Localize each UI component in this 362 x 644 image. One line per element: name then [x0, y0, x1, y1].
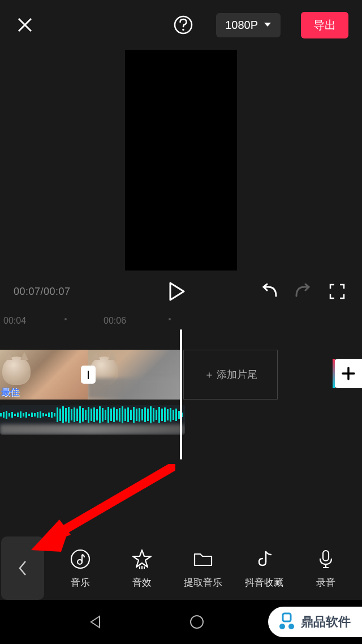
svg-rect-16 [37, 412, 38, 418]
folder-icon [192, 548, 214, 570]
svg-rect-72 [283, 613, 291, 621]
svg-point-73 [279, 624, 285, 629]
svg-rect-31 [79, 406, 81, 423]
add-clip-button[interactable] [333, 359, 362, 388]
redo-icon [294, 284, 312, 299]
svg-rect-37 [96, 409, 98, 420]
fullscreen-button[interactable] [326, 284, 348, 299]
svg-rect-41 [107, 407, 109, 423]
svg-point-71 [191, 616, 203, 628]
back-button[interactable] [1, 536, 44, 600]
export-button[interactable]: 导出 [301, 12, 348, 38]
preview-area [0, 50, 362, 271]
svg-rect-6 [8, 413, 10, 417]
svg-rect-42 [110, 409, 112, 421]
svg-rect-22 [54, 413, 55, 417]
svg-rect-36 [93, 407, 95, 422]
svg-rect-49 [130, 410, 132, 420]
svg-rect-7 [11, 412, 13, 418]
help-button[interactable] [171, 12, 196, 37]
svg-rect-59 [158, 407, 160, 423]
nav-home-button[interactable] [189, 614, 205, 630]
watermark-logo-icon [277, 612, 296, 632]
sound-effect-tool[interactable]: 音效 [114, 548, 170, 589]
svg-rect-21 [51, 412, 53, 418]
circle-home-icon [189, 614, 205, 630]
svg-rect-45 [119, 408, 120, 422]
ruler-label: 00:06 [104, 316, 126, 326]
audio-label-blur [0, 424, 185, 435]
timeline-ruler[interactable]: 00:04 00:06 [0, 312, 362, 329]
svg-rect-24 [59, 409, 61, 421]
svg-rect-40 [105, 410, 106, 420]
ruler-tick [169, 318, 171, 320]
svg-rect-13 [28, 414, 30, 416]
douyin-favorites-tool[interactable]: 抖音收藏 [236, 548, 292, 589]
triangle-back-icon [88, 615, 103, 629]
undo-icon [260, 284, 278, 299]
svg-rect-56 [150, 406, 152, 423]
svg-point-1 [182, 29, 184, 31]
watermark-text: 鼎品软件 [301, 613, 351, 630]
svg-rect-55 [147, 409, 149, 421]
video-clip-1[interactable]: 最佳 [0, 350, 88, 400]
record-tool[interactable]: 录音 [298, 548, 354, 589]
tool-label: 抖音收藏 [245, 576, 283, 589]
svg-rect-65 [175, 409, 177, 421]
resolution-selector[interactable]: 1080P [216, 13, 281, 37]
video-clip-2[interactable] [88, 350, 180, 400]
resolution-label: 1080P [225, 19, 258, 32]
music-tool[interactable]: 音乐 [52, 548, 109, 589]
svg-rect-15 [34, 413, 36, 417]
clip-thumbnail [2, 357, 31, 385]
bottom-toolbar: 音乐 音效 提取音乐 抖音收藏 录音 [0, 536, 362, 600]
play-button[interactable] [169, 282, 185, 301]
svg-rect-9 [17, 413, 19, 417]
undo-button[interactable] [258, 284, 281, 299]
tool-items: 音乐 音效 提取音乐 抖音收藏 录音 [44, 548, 362, 589]
tool-label: 录音 [316, 576, 335, 589]
ruler-label: 00:04 [3, 316, 26, 326]
playhead[interactable] [180, 329, 182, 460]
add-ending-button[interactable]: ＋ 添加片尾 [183, 350, 278, 400]
video-preview[interactable] [125, 50, 237, 271]
chevron-down-icon [264, 22, 272, 28]
extract-music-tool[interactable]: 提取音乐 [175, 548, 231, 589]
svg-rect-53 [141, 409, 143, 420]
ruler-tick [64, 318, 67, 320]
nav-back-button[interactable] [88, 615, 103, 629]
top-toolbar: 1080P 导出 [0, 0, 362, 50]
redo-button[interactable] [292, 284, 314, 299]
transition-handle[interactable]: | [81, 366, 96, 384]
audio-track[interactable] [0, 405, 185, 435]
svg-rect-63 [170, 408, 171, 422]
close-button[interactable] [14, 16, 36, 33]
svg-rect-54 [144, 407, 146, 422]
time-display: 00:07/00:07 [14, 286, 93, 298]
svg-rect-4 [3, 412, 5, 418]
fullscreen-icon [329, 284, 345, 299]
svg-rect-12 [25, 412, 27, 418]
svg-rect-46 [122, 406, 123, 423]
plus-icon [341, 366, 356, 381]
svg-rect-48 [127, 407, 129, 422]
svg-rect-32 [82, 408, 84, 422]
timeline[interactable]: 最佳 | ＋ 添加片尾 [0, 329, 362, 536]
close-icon [16, 16, 33, 33]
plus-icon: ＋ [204, 368, 214, 381]
svg-rect-61 [164, 407, 166, 422]
clip-blur [88, 378, 180, 398]
tool-label: 提取音乐 [184, 576, 222, 589]
svg-rect-70 [323, 551, 329, 561]
svg-rect-58 [156, 410, 157, 420]
svg-rect-25 [62, 406, 64, 423]
svg-rect-5 [6, 411, 7, 419]
svg-rect-3 [0, 413, 2, 417]
svg-rect-47 [124, 409, 126, 421]
svg-rect-29 [74, 407, 75, 422]
svg-rect-38 [99, 406, 101, 423]
tool-label: 音效 [132, 576, 152, 589]
player-controls: 00:07/00:07 [0, 271, 362, 312]
microphone-icon [314, 548, 337, 570]
svg-rect-50 [133, 407, 135, 423]
